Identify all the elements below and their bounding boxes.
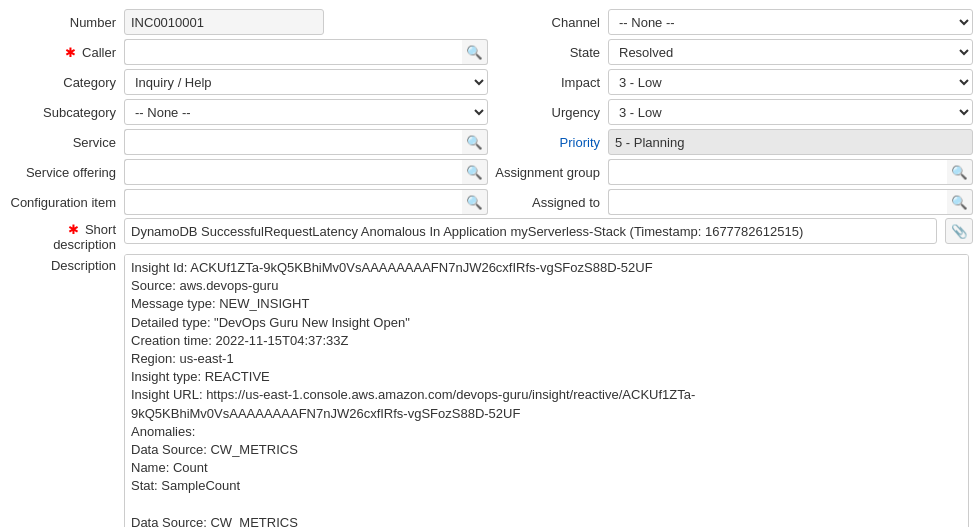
priority-display: 5 - Planning <box>608 129 973 155</box>
short-description-input[interactable] <box>124 218 937 244</box>
right-assignment-group: Assignment group 🔍 <box>488 159 973 185</box>
service-offering-search-icon: 🔍 <box>466 165 483 180</box>
category-value-wrapper: Inquiry / Help Software Hardware Network… <box>124 69 488 95</box>
impact-label: Impact <box>488 75 608 90</box>
left-caller: ✱ Caller 🔍 <box>4 39 488 65</box>
subcategory-label: Subcategory <box>4 105 124 120</box>
description-label: Description <box>4 254 124 273</box>
left-number: Number <box>4 9 488 35</box>
channel-select[interactable]: -- None -- Email Phone Web Chat <box>608 9 973 35</box>
right-impact: Impact 1 - High 2 - Medium 3 - Low <box>488 69 973 95</box>
short-description-value-wrapper: 📎 <box>124 218 973 244</box>
service-offering-input-group: 🔍 <box>124 159 488 185</box>
row-config-item-assigned-to: Configuration item 🔍 Assigned to 🔍 <box>4 188 973 216</box>
number-input[interactable] <box>124 9 324 35</box>
assigned-to-label: Assigned to <box>488 195 608 210</box>
caller-input-group: 🔍 <box>124 39 488 65</box>
assignment-group-input-group: 🔍 <box>608 159 973 185</box>
row-service-offering-assignment: Service offering 🔍 Assignment group 🔍 <box>4 158 973 186</box>
urgency-select[interactable]: 1 - High 2 - Medium 3 - Low <box>608 99 973 125</box>
service-input-group: 🔍 <box>124 129 488 155</box>
row-subcategory-urgency: Subcategory -- None -- Urgency 1 - High … <box>4 98 973 126</box>
short-desc-required-star: ✱ <box>68 222 79 237</box>
config-item-value-wrapper: 🔍 <box>124 189 488 215</box>
state-select[interactable]: New In Progress On Hold Resolved Closed … <box>608 39 973 65</box>
row-service-priority: Service 🔍 Priority 5 - Planning <box>4 128 973 156</box>
assigned-to-search-button[interactable]: 🔍 <box>947 189 973 215</box>
right-priority: Priority 5 - Planning <box>488 129 973 155</box>
caller-value-wrapper: 🔍 <box>124 39 488 65</box>
service-label: Service <box>4 135 124 150</box>
row-description: Description Insight Id: ACKUf1ZTa-9kQ5KB… <box>4 254 973 527</box>
config-item-search-icon: 🔍 <box>466 195 483 210</box>
service-search-button[interactable]: 🔍 <box>462 129 488 155</box>
assignment-group-search-button[interactable]: 🔍 <box>947 159 973 185</box>
subcategory-select[interactable]: -- None -- <box>124 99 488 125</box>
assignment-group-search-icon: 🔍 <box>951 165 968 180</box>
service-offering-value-wrapper: 🔍 <box>124 159 488 185</box>
category-label: Category <box>4 75 124 90</box>
caller-label: ✱ Caller <box>4 45 124 60</box>
right-channel: Channel -- None -- Email Phone Web Chat <box>488 9 973 35</box>
subcategory-value-wrapper: -- None -- <box>124 99 488 125</box>
service-offering-input[interactable] <box>124 159 462 185</box>
number-value-wrapper <box>124 9 488 35</box>
right-assigned-to: Assigned to 🔍 <box>488 189 973 215</box>
left-subcategory: Subcategory -- None -- <box>4 99 488 125</box>
service-value-wrapper: 🔍 <box>124 129 488 155</box>
config-item-label: Configuration item <box>4 195 124 210</box>
assigned-to-input-group: 🔍 <box>608 189 973 215</box>
description-value-wrapper: Insight Id: ACKUf1ZTa-9kQ5KBhiMv0VsAAAAA… <box>124 254 973 527</box>
incident-form: Number Channel -- None -- Email Phone We… <box>0 0 977 527</box>
channel-label: Channel <box>488 15 608 30</box>
config-item-input-group: 🔍 <box>124 189 488 215</box>
state-label: State <box>488 45 608 60</box>
state-value-wrapper: New In Progress On Hold Resolved Closed … <box>608 39 973 65</box>
priority-link[interactable]: Priority <box>488 135 608 150</box>
number-label: Number <box>4 15 124 30</box>
left-config-item: Configuration item 🔍 <box>4 189 488 215</box>
priority-value-wrapper: 5 - Planning <box>608 129 973 155</box>
impact-select[interactable]: 1 - High 2 - Medium 3 - Low <box>608 69 973 95</box>
right-state: State New In Progress On Hold Resolved C… <box>488 39 973 65</box>
assigned-to-input[interactable] <box>608 189 947 215</box>
assignment-group-input[interactable] <box>608 159 947 185</box>
service-search-icon: 🔍 <box>466 135 483 150</box>
right-urgency: Urgency 1 - High 2 - Medium 3 - Low <box>488 99 973 125</box>
channel-value-wrapper: -- None -- Email Phone Web Chat <box>608 9 973 35</box>
left-service: Service 🔍 <box>4 129 488 155</box>
config-item-input[interactable] <box>124 189 462 215</box>
caller-search-icon: 🔍 <box>466 45 483 60</box>
caller-required-star: ✱ <box>65 45 76 60</box>
row-caller-state: ✱ Caller 🔍 State New In Progress On Hold <box>4 38 973 66</box>
row-category-impact: Category Inquiry / Help Software Hardwar… <box>4 68 973 96</box>
attachment-icon: 📎 <box>951 224 968 239</box>
service-input[interactable] <box>124 129 462 155</box>
row-number-channel: Number Channel -- None -- Email Phone We… <box>4 8 973 36</box>
row-short-description: ✱ Short description 📎 <box>4 218 973 252</box>
impact-value-wrapper: 1 - High 2 - Medium 3 - Low <box>608 69 973 95</box>
short-description-label: ✱ Short description <box>4 218 124 252</box>
description-textarea[interactable]: Insight Id: ACKUf1ZTa-9kQ5KBhiMv0VsAAAAA… <box>124 254 969 527</box>
assigned-to-value-wrapper: 🔍 <box>608 189 973 215</box>
urgency-value-wrapper: 1 - High 2 - Medium 3 - Low <box>608 99 973 125</box>
service-offering-label: Service offering <box>4 165 124 180</box>
config-item-search-button[interactable]: 🔍 <box>462 189 488 215</box>
left-service-offering: Service offering 🔍 <box>4 159 488 185</box>
short-description-attachment-button[interactable]: 📎 <box>945 218 973 244</box>
assigned-to-search-icon: 🔍 <box>951 195 968 210</box>
caller-search-button[interactable]: 🔍 <box>462 39 488 65</box>
service-offering-search-button[interactable]: 🔍 <box>462 159 488 185</box>
urgency-label: Urgency <box>488 105 608 120</box>
assignment-group-value-wrapper: 🔍 <box>608 159 973 185</box>
left-category: Category Inquiry / Help Software Hardwar… <box>4 69 488 95</box>
category-select[interactable]: Inquiry / Help Software Hardware Network… <box>124 69 488 95</box>
assignment-group-label: Assignment group <box>488 165 608 180</box>
caller-input[interactable] <box>124 39 462 65</box>
